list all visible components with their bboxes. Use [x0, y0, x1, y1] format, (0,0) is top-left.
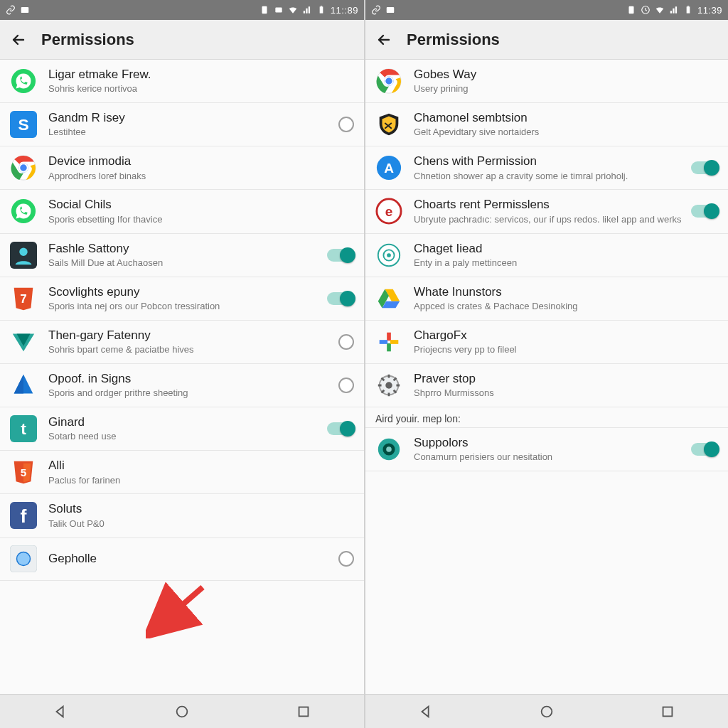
list-item-text: SuppolorsConamurn perisiers our nesitati… — [414, 435, 682, 464]
list-item[interactable]: Gobes WayUsery prining — [365, 60, 728, 103]
list-item[interactable]: Whate InunstorsAppced is crates & Pachac… — [365, 277, 728, 321]
header: Permissions — [0, 20, 364, 60]
list-item[interactable]: Chaget IieadEnty in a paly mettinceen — [365, 234, 728, 277]
list-item-text: Social ChilsSporis ebsetting Ifor thavic… — [48, 197, 318, 225]
wifi-icon — [288, 5, 298, 15]
svg-point-50 — [386, 446, 392, 452]
list-item-text: Ligar etmake Frew.Sohris kerice nortivoa — [48, 67, 318, 95]
list-item[interactable]: ChargoFxPriojecns very pp to fileel — [365, 321, 728, 364]
svg-rect-25 — [299, 707, 308, 716]
list-item[interactable]: Social ChilsSporis ebsetting Ifor thavic… — [0, 190, 364, 233]
permissions-list[interactable]: Gobes WayUsery priningChamonel sembtsion… — [365, 60, 728, 694]
svg-rect-43 — [387, 343, 391, 351]
back-button[interactable] — [9, 30, 28, 50]
list-item-title: Suppolors — [414, 435, 682, 450]
nav-back-button[interactable] — [39, 697, 82, 726]
svg-rect-29 — [687, 6, 690, 13]
radio-control[interactable] — [338, 378, 354, 393]
header: Permissions — [365, 20, 728, 60]
sim-icon — [259, 5, 269, 15]
list-item-control — [318, 334, 354, 350]
list-item-text: AlliPaclus for farinen — [48, 458, 318, 486]
list-item-control — [318, 292, 354, 305]
list-item-control — [318, 117, 354, 132]
annotation-arrow-icon — [146, 582, 210, 638]
list-item-title: Alli — [48, 458, 318, 473]
list-item[interactable]: Device inmodiaApprodhers loref binaks — [0, 146, 364, 190]
list-item-subtitle: Usery prining — [414, 83, 682, 95]
list-item-subtitle: Approdhers loref binaks — [48, 171, 318, 183]
list-item-title: Ligar etmake Frew. — [48, 67, 318, 82]
list-item-subtitle: Paclus for farinen — [48, 475, 318, 487]
list-item[interactable]: Gepholle — [0, 538, 364, 581]
radio-control[interactable] — [338, 551, 354, 567]
globe-grey-icon — [10, 545, 37, 572]
svg-rect-26 — [387, 7, 395, 13]
list-item-subtitle: Priojecns very pp to fileel — [414, 344, 682, 356]
list-item-control — [682, 443, 718, 456]
nav-recents-button[interactable] — [282, 697, 325, 726]
list-item-text: Whate InunstorsAppced is crates & Pachac… — [414, 284, 682, 313]
status-bar: 11:39 — [365, 0, 728, 20]
card2-icon — [274, 5, 284, 15]
list-item[interactable]: tGinardSotarb need use — [0, 407, 364, 451]
list-item[interactable]: Chamonel sembtsionGelt Apevidtary sive n… — [365, 103, 728, 146]
phone-right: 11:39 Permissions Gobes WayUsery prining… — [364, 0, 728, 728]
svg-text:A: A — [384, 161, 394, 176]
nav-recents-button[interactable] — [646, 697, 689, 726]
gear-grey-icon — [375, 372, 402, 399]
svg-rect-52 — [663, 707, 673, 716]
list-item[interactable]: 7Scovlights epunySporis inta nej ors our… — [0, 277, 364, 321]
toggle-control[interactable] — [691, 443, 718, 456]
list-item[interactable]: AChens with PermissionChnetion shower ap… — [365, 146, 728, 190]
sim-icon — [626, 5, 636, 15]
nav-bar — [365, 694, 728, 728]
list-item-control — [682, 205, 718, 218]
section-label: Aird youir. mep lon: — [365, 407, 728, 428]
toggle-control[interactable] — [691, 161, 718, 174]
svg-rect-4 — [321, 6, 322, 6]
svg-rect-44 — [380, 340, 387, 344]
radio-control[interactable] — [338, 117, 354, 132]
list-item[interactable]: fSolutsTalik Out P&0 — [0, 494, 364, 537]
list-item[interactable]: SuppolorsConamurn perisiers our nesitati… — [365, 428, 728, 471]
nav-home-button[interactable] — [525, 697, 568, 726]
radio-control[interactable] — [338, 334, 354, 350]
list-item[interactable]: Praver stopShprro Murmissons — [365, 364, 728, 407]
svg-point-47 — [385, 382, 392, 389]
nav-home-button[interactable] — [161, 697, 203, 726]
list-item[interactable]: eChoarts rent PermisslensUbryute pachrad… — [365, 190, 728, 233]
battery-icon — [683, 5, 693, 15]
list-item-subtitle: Sohris kerice nortivoa — [48, 83, 318, 95]
svg-rect-2 — [275, 8, 282, 13]
back-button[interactable] — [374, 30, 394, 50]
list-item-title: Chens with Permission — [414, 154, 682, 168]
toggle-control[interactable] — [327, 422, 354, 435]
list-item-subtitle: Sporis ebsetting Ifor thavice — [48, 214, 318, 226]
target-teal-icon — [375, 242, 402, 269]
toggle-control[interactable] — [327, 292, 354, 305]
list-item-title: ChargoFx — [414, 328, 682, 343]
list-item-text: Opoof. in SignsSporis and ordger prithre… — [48, 371, 318, 400]
circle-teal-icon — [375, 436, 402, 463]
list-item[interactable]: Then-gary FatennySohris bpart ceme & pac… — [0, 321, 364, 364]
list-item[interactable]: Opoof. in SignsSporis and ordger prithre… — [0, 364, 364, 407]
toggle-control[interactable] — [691, 205, 718, 218]
svg-rect-30 — [687, 6, 689, 6]
nav-back-button[interactable] — [405, 697, 447, 726]
list-item[interactable]: SGandm R iseyLestihtee — [0, 103, 364, 146]
sync-icon — [641, 5, 651, 15]
list-item-subtitle: Lestihtee — [48, 127, 318, 139]
list-item[interactable]: Fashle SattonySails Mill Due at Auchaose… — [0, 234, 364, 277]
list-item-control — [682, 161, 718, 174]
list-item[interactable]: Ligar etmake Frew.Sohris kerice nortivoa — [0, 60, 364, 103]
list-item-subtitle: Sotarb need use — [48, 431, 318, 443]
toggle-control[interactable] — [327, 249, 354, 262]
html5-icon: 5 — [10, 459, 37, 486]
list-item-title: Choarts rent Permisslens — [414, 197, 682, 212]
permissions-list[interactable]: Ligar etmake Frew.Sohris kerice nortivoa… — [0, 60, 364, 694]
v-teal-icon — [10, 328, 37, 355]
list-item[interactable]: 5AlliPaclus for farinen — [0, 451, 364, 494]
list-item-title: Fashle Sattony — [48, 241, 318, 256]
list-item-text: Gepholle — [48, 551, 318, 566]
